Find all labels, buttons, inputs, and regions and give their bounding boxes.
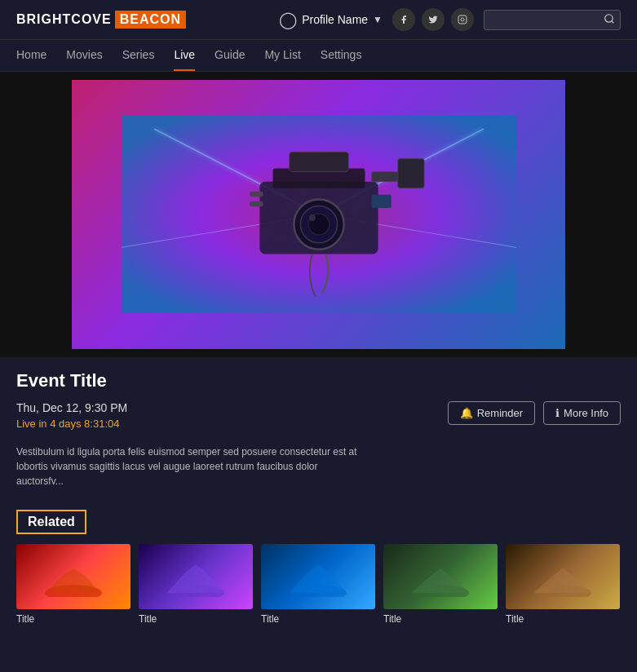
nav-item-my-list[interactable]: My List [264, 40, 300, 71]
related-title-5: Title [506, 613, 620, 625]
main-nav: Home Movies Series Live Guide My List Se… [0, 40, 637, 72]
search-button[interactable] [604, 13, 615, 27]
nav-item-settings[interactable]: Settings [321, 40, 362, 71]
profile-area[interactable]: ◯ Profile Name ▼ [279, 10, 383, 29]
chevron-down-icon: ▼ [373, 14, 383, 25]
reminder-button[interactable]: 🔔 Reminder [448, 401, 535, 425]
related-thumb-4 [383, 544, 498, 609]
bell-icon: 🔔 [460, 407, 473, 419]
related-title-3: Title [261, 613, 375, 625]
svg-rect-19 [250, 201, 263, 206]
logo-area: BRIGHTCOVE BEACON [16, 11, 186, 29]
hero-svg [122, 107, 516, 322]
header-right: ◯ Profile Name ▼ [279, 8, 621, 31]
related-grid: Title Title Title Ti [16, 544, 621, 625]
hero-container [0, 72, 637, 357]
related-title-2: Title [139, 613, 253, 625]
event-meta-row: Thu, Dec 12, 9:30 PM Live in 4 days 8:31… [16, 401, 621, 438]
related-label: Related [16, 510, 86, 534]
related-title-1: Title [16, 613, 130, 625]
related-thumb-1 [16, 544, 130, 609]
profile-icon: ◯ [279, 10, 297, 29]
list-item[interactable]: Title [383, 544, 498, 625]
svg-rect-17 [397, 158, 423, 188]
svg-point-14 [308, 214, 315, 221]
facebook-icon[interactable] [392, 8, 415, 31]
svg-rect-18 [250, 192, 263, 197]
nav-item-home[interactable]: Home [16, 40, 46, 71]
event-countdown: Live in 4 days 8:31:04 [16, 418, 127, 430]
event-date-countdown: Thu, Dec 12, 9:30 PM Live in 4 days 8:31… [16, 401, 127, 438]
list-item[interactable]: Title [16, 544, 130, 625]
logo-beacon-text: BEACON [115, 11, 186, 29]
profile-name-label: Profile Name [302, 13, 368, 26]
related-section: Related Title Title Ti [0, 502, 637, 633]
nav-item-live[interactable]: Live [174, 40, 195, 71]
event-buttons: 🔔 Reminder ℹ More Info [448, 401, 621, 425]
list-item[interactable]: Title [506, 544, 620, 625]
search-area[interactable] [484, 10, 621, 30]
logo[interactable]: BRIGHTCOVE BEACON [16, 11, 186, 29]
nav-item-movies[interactable]: Movies [66, 40, 102, 71]
event-date: Thu, Dec 12, 9:30 PM [16, 401, 127, 414]
svg-rect-0 [458, 15, 467, 24]
event-title: Event Title [16, 370, 621, 391]
nav-item-series[interactable]: Series [122, 40, 155, 71]
hero-image [72, 80, 565, 349]
related-thumb-2 [139, 544, 253, 609]
info-icon: ℹ [555, 407, 560, 419]
list-item[interactable]: Title [261, 544, 375, 625]
related-thumb-5 [506, 544, 620, 609]
svg-rect-15 [289, 152, 348, 171]
svg-point-2 [605, 14, 613, 21]
event-content: Event Title Thu, Dec 12, 9:30 PM Live in… [0, 357, 637, 502]
more-info-button[interactable]: ℹ More Info [543, 401, 621, 425]
related-thumb-3 [261, 544, 375, 609]
search-input[interactable] [489, 14, 604, 26]
social-icons [392, 8, 474, 31]
logo-brightcove-text: BRIGHTCOVE [16, 12, 112, 27]
event-description: Vestibulum id ligula porta felis euismod… [16, 444, 359, 489]
twitter-icon[interactable] [422, 8, 445, 31]
nav-item-guide[interactable]: Guide [215, 40, 245, 71]
list-item[interactable]: Title [139, 544, 253, 625]
instagram-icon[interactable] [451, 8, 474, 31]
related-title-4: Title [383, 613, 498, 625]
svg-rect-20 [371, 195, 391, 208]
header: BRIGHTCOVE BEACON ◯ Profile Name ▼ [0, 0, 637, 40]
svg-line-3 [612, 20, 614, 23]
